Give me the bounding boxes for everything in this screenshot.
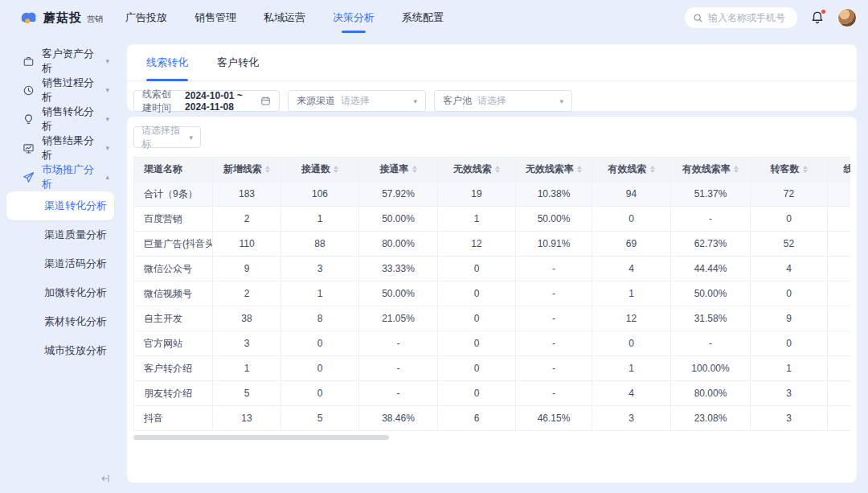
value-cell <box>828 306 851 331</box>
date-range-filter[interactable]: 线索创建时间 2024-10-01 ~ 2024-11-08 <box>133 90 280 112</box>
sidebar-item-客户资产分析[interactable]: 客户资产分析▾ <box>0 47 121 76</box>
value-cell: 50.00% <box>359 207 438 232</box>
chevron-up-icon: ▴ <box>105 173 109 181</box>
value-cell: 0 <box>592 331 671 356</box>
value-cell <box>828 406 851 431</box>
value-cell: 46.15% <box>516 406 592 431</box>
sidebar-subitem-城市投放分析[interactable]: 城市投放分析 <box>6 336 114 365</box>
horizontal-scrollbar[interactable] <box>133 435 389 440</box>
value-cell: 12 <box>592 306 671 331</box>
sidebar-item-销售结果分析[interactable]: 销售结果分析▾ <box>0 134 121 162</box>
column-header-无效线索[interactable]: 无效线索 <box>438 158 516 182</box>
value-cell: 3 <box>592 406 671 431</box>
table-row-客户转介绍: 客户转介绍10-0-1100.00%1 <box>134 356 851 381</box>
value-cell: 1 <box>213 356 281 381</box>
value-cell: 94 <box>592 182 671 207</box>
value-cell: 80.00% <box>671 381 751 406</box>
value-cell: - <box>359 381 438 406</box>
send-icon <box>22 170 35 183</box>
nav-item-销售管理[interactable]: 销售管理 <box>194 0 236 35</box>
table-body: 合计（9条）18310657.92%1910.38%9451.37%72百度营销… <box>134 182 851 431</box>
metric-select-placeholder: 请选择指标 <box>141 124 184 151</box>
nav-item-系统配置[interactable]: 系统配置 <box>402 0 444 35</box>
channel-name-cell: 自主开发 <box>134 306 213 331</box>
column-header-接通数[interactable]: 接通数 <box>281 158 359 182</box>
channel-name-cell: 官方网站 <box>134 331 213 356</box>
sort-icon[interactable] <box>334 166 338 173</box>
value-cell: 8 <box>281 306 359 331</box>
channel-name-cell: 巨量广告(抖音头条) <box>134 232 213 257</box>
sidebar-item-销售过程分析[interactable]: 销售过程分析▾ <box>0 76 121 105</box>
value-cell: 0 <box>438 381 516 406</box>
topbar: 蘑菇投 营销 广告投放销售管理私域运营决策分析系统配置 <box>0 0 868 35</box>
value-cell: 5 <box>281 406 359 431</box>
sort-icon[interactable] <box>734 166 739 173</box>
column-header-无效线索率[interactable]: 无效线索率 <box>516 158 592 182</box>
value-cell <box>828 381 851 406</box>
main-content: 线索转化客户转化 线索创建时间 2024-10-01 ~ 2024-11-08 … <box>127 44 857 483</box>
date-filter-value: 2024-10-01 ~ 2024-11-08 <box>185 90 255 113</box>
folder-icon <box>22 55 35 68</box>
chevron-down-icon: ▾ <box>559 97 563 105</box>
value-cell: 183 <box>213 182 281 207</box>
source-channel-filter[interactable]: 来源渠道 请选择 ▾ <box>288 90 426 112</box>
sidebar-subitem-渠道转化分析[interactable]: 渠道转化分析 <box>6 191 114 220</box>
channel-name-cell: 抖音 <box>134 406 213 431</box>
value-cell: - <box>516 257 592 281</box>
sort-icon[interactable] <box>265 166 270 173</box>
column-header-渠道名称: 渠道名称 <box>134 158 213 182</box>
column-header-接通率[interactable]: 接通率 <box>359 158 438 182</box>
sort-icon[interactable] <box>650 166 655 173</box>
cloud-logo-icon <box>19 9 39 27</box>
sidebar-subitem-加微转化分析[interactable]: 加微转化分析 <box>6 278 114 307</box>
sidebar-item-市场推广分析[interactable]: 市场推广分析▴ <box>0 162 121 191</box>
column-header-有效线索[interactable]: 有效线索 <box>592 158 671 182</box>
sidebar-subitem-渠道活码分析[interactable]: 渠道活码分析 <box>6 249 114 278</box>
value-cell: 1 <box>281 281 359 306</box>
channel-name-cell: 客户转介绍 <box>134 356 213 381</box>
sort-icon[interactable] <box>803 166 808 173</box>
customer-pool-filter[interactable]: 客户池 请选择 ▾ <box>434 90 572 112</box>
source-filter-placeholder: 请选择 <box>341 94 370 108</box>
column-header-转客数[interactable]: 转客数 <box>751 158 828 182</box>
channel-name-cell: 合计（9条） <box>134 182 213 207</box>
value-cell: 100.00% <box>671 356 751 381</box>
column-header-有效线索率[interactable]: 有效线索率 <box>671 158 751 182</box>
notification-bell-icon[interactable] <box>810 10 825 25</box>
chevron-down-icon: ▾ <box>105 86 109 94</box>
sort-icon[interactable] <box>577 166 582 173</box>
nav-item-广告投放[interactable]: 广告投放 <box>125 0 167 35</box>
value-cell: 0 <box>592 207 671 232</box>
search-input[interactable] <box>708 12 789 23</box>
nav-item-决策分析[interactable]: 决策分析 <box>333 0 375 35</box>
sidebar: 客户资产分析▾销售过程分析▾销售转化分析▾销售结果分析▾市场推广分析▴渠道转化分… <box>0 35 121 493</box>
sort-icon[interactable] <box>495 166 500 173</box>
app-logo[interactable]: 蘑菇投 营销 <box>0 9 121 27</box>
metric-select[interactable]: 请选择指标 ▾ <box>133 126 201 148</box>
value-cell <box>828 281 851 306</box>
calendar-icon <box>260 96 271 106</box>
value-cell: 0 <box>751 331 828 356</box>
global-search[interactable] <box>685 7 797 28</box>
chevron-down-icon: ▾ <box>105 57 109 65</box>
chevron-down-icon: ▾ <box>189 134 193 142</box>
sidebar-collapse-icon[interactable] <box>98 470 114 487</box>
value-cell: - <box>516 331 592 356</box>
tab-线索转化[interactable]: 线索转化 <box>146 44 188 80</box>
value-cell: 21.05% <box>359 306 438 331</box>
value-cell: 0 <box>751 281 828 306</box>
column-header-线索转化率[interactable]: 线索转化率 <box>828 158 851 182</box>
sort-icon[interactable] <box>412 166 417 173</box>
value-cell: 1 <box>592 281 671 306</box>
value-cell: 51.37% <box>671 182 751 207</box>
column-header-新增线索[interactable]: 新增线索 <box>213 158 281 182</box>
value-cell: 0 <box>751 207 828 232</box>
sidebar-subitem-素材转化分析[interactable]: 素材转化分析 <box>6 307 114 336</box>
nav-item-私域运营[interactable]: 私域运营 <box>264 0 305 35</box>
sidebar-item-销售转化分析[interactable]: 销售转化分析▾ <box>0 105 121 134</box>
sidebar-item-label: 客户资产分析 <box>42 47 98 76</box>
tab-客户转化[interactable]: 客户转化 <box>217 44 259 80</box>
user-avatar[interactable] <box>837 8 857 27</box>
sidebar-subitem-渠道质量分析[interactable]: 渠道质量分析 <box>6 220 114 249</box>
value-cell: 1 <box>438 207 516 232</box>
